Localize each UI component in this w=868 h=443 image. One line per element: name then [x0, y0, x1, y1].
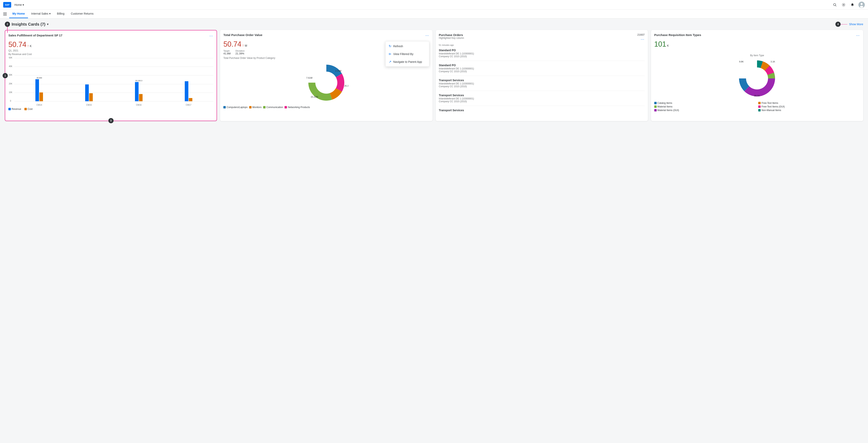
- legend-freetext-gui: Free-Text Items (GUI): [758, 105, 860, 108]
- card2-legend: Computers/Laptops Monitors Communication…: [223, 106, 429, 109]
- svg-point-6: [861, 3, 863, 5]
- legend-label-cost: Cost: [28, 108, 33, 111]
- card2-menu-btn[interactable]: ⋯ ↻ Refresh ⊳ View Filtered By ↗: [425, 33, 429, 38]
- card2-arrow: ↑: [242, 43, 244, 48]
- card3-subtitle: Highlighted Key column: [439, 37, 465, 39]
- card1-menu-btn[interactable]: ⋯: [209, 34, 213, 38]
- card1-header: Sales Fulfillment of Department SP 17 ⋯: [8, 34, 213, 38]
- svg-rect-9: [3, 14, 7, 14]
- bar-pair-cw14: [35, 79, 43, 101]
- avatar[interactable]: [859, 2, 865, 8]
- po-item-1: Standard PO Inlandslieferant DE 1 (10300…: [439, 49, 645, 61]
- legend-communication-label: Communication: [266, 106, 283, 109]
- nav-bar: My Home Internal Sales ▾ Billing Custome…: [0, 9, 868, 19]
- svg-point-11: [315, 71, 337, 94]
- bar-label-cw17: ·: [188, 79, 189, 81]
- bar-orange-cw17: [189, 98, 192, 101]
- navigate-icon: ↗: [389, 60, 391, 64]
- deviation-label: Deviation: [235, 50, 245, 52]
- legend-networking-label: Networking Products: [288, 106, 310, 109]
- legend-dot-material: [654, 106, 657, 108]
- grid-line-0: 0: [14, 101, 213, 101]
- bar-group-cw16: 33,193.3: [135, 80, 143, 101]
- bell-icon[interactable]: [849, 2, 855, 8]
- po-item-4-sub1: Inlandslieferant DE 1 (10300001): [439, 97, 645, 100]
- target-label: Target: [223, 50, 230, 52]
- po-item-4: Transport Services Inlandslieferant DE 1…: [439, 94, 645, 106]
- svg-text:SAP: SAP: [5, 4, 9, 6]
- legend-dot-revenue: [8, 108, 11, 110]
- donut-svg: 2.54M 25.37M 15.22M 7.61M: [304, 63, 348, 102]
- donut-label-3k: 3.1K: [771, 60, 775, 63]
- xlabel-cw14: CW14: [37, 104, 42, 106]
- legend-dot-freetext: [758, 102, 761, 104]
- svg-text:25.37M: 25.37M: [344, 85, 348, 87]
- legend-dot-cost: [24, 108, 27, 110]
- card3-title: Purchase Orders: [439, 33, 465, 37]
- search-icon[interactable]: [832, 2, 838, 8]
- card1-subtitle: By Revenue and Cost: [8, 53, 213, 56]
- nav-item-billing[interactable]: Billing: [54, 9, 68, 18]
- donut-label-86k: 86.5K: [754, 94, 760, 97]
- po-item-2-sub1: Inlandslieferant DE 1 (10300001): [439, 67, 645, 70]
- po-item-5: Transport Services: [439, 109, 645, 115]
- card2-target: Target 41.8M: [223, 50, 230, 55]
- svg-text:15.22M: 15.22M: [311, 96, 318, 98]
- hamburger-icon[interactable]: [3, 9, 9, 18]
- po-item-3-sub2: Company CC 1010 (1010): [439, 85, 645, 88]
- cards-grid: 1 3 Sales Fulfillment of Department SP 1…: [5, 30, 863, 121]
- step-1-badge: 1: [3, 73, 8, 78]
- dropdown-navigate-label: Navigate to Parent App: [393, 60, 422, 63]
- legend-networking: Networking Products: [284, 106, 310, 109]
- legend-freetext: Free-Text Items: [758, 101, 860, 105]
- dropdown-refresh[interactable]: ↻ Refresh: [385, 42, 429, 50]
- sap-logo[interactable]: SAP: [3, 2, 11, 8]
- card2-title: Total Purchase Order Value: [223, 33, 425, 37]
- card4-value-row: 101 K: [654, 40, 860, 49]
- po-item-4-sub2: Company CC 1010 (1010): [439, 100, 645, 103]
- card4-unit: K: [667, 44, 669, 47]
- settings-icon[interactable]: [841, 2, 846, 8]
- donut-wrapper: 9.8K 3.1K 86.5K: [735, 58, 779, 98]
- home-menu[interactable]: Home ▾: [14, 3, 24, 6]
- card-pr-item-types: Purchase Requisition Item Types ⋯ 101 K …: [651, 30, 863, 121]
- nav-item-internal-sales[interactable]: Internal Sales ▾: [28, 9, 54, 18]
- nav-item-customer-returns[interactable]: Customer Returns: [68, 9, 97, 18]
- bars: 40,694 ·: [14, 58, 213, 101]
- bar-blue-cw16: [135, 82, 138, 101]
- refresh-icon: ↻: [389, 44, 391, 48]
- home-label: Home: [14, 3, 22, 6]
- x-labels: CW14 CW15 CW16 CW17: [14, 104, 213, 106]
- legend-dot-catalog: [654, 102, 657, 104]
- card3-menu-btn[interactable]: ⋯: [640, 37, 645, 41]
- card3-title-area: Purchase Orders Highlighted Key column: [439, 33, 465, 39]
- xlabel-cw15: CW15: [86, 104, 92, 106]
- legend-computers: Computers/Laptops: [223, 106, 248, 109]
- chart-area: 50K 40K 30K 20K 10K 0: [14, 58, 213, 101]
- bar-label-cw15: ·: [89, 82, 89, 84]
- main-content: 2 Insights Cards (7) ▾ 4 Show More 1 3: [0, 19, 868, 124]
- dropdown-view-filtered[interactable]: ⊳ View Filtered By: [385, 50, 429, 58]
- po-item-2: Standard PO Inlandslieferant DE 1 (10300…: [439, 64, 645, 76]
- section-chevron-icon[interactable]: ▾: [47, 23, 49, 26]
- section-header: 2 Insights Cards (7) ▾ 4 Show More: [5, 22, 863, 27]
- nav-label-billing: Billing: [57, 12, 64, 15]
- card3-header: Purchase Orders Highlighted Key column 2…: [439, 33, 645, 41]
- nav-label-customer-returns: Customer Returns: [71, 12, 94, 15]
- bar-group-cw14: 40,694: [35, 77, 43, 101]
- svg-point-4: [843, 4, 844, 5]
- po-item-1-title: Standard PO: [439, 49, 645, 52]
- show-more-link[interactable]: Show More: [849, 23, 863, 26]
- legend-dot-computers: [223, 106, 226, 109]
- card4-menu-btn[interactable]: ⋯: [856, 33, 860, 38]
- legend-computers-label: Computers/Laptops: [226, 106, 248, 109]
- section-title-area: 2 Insights Cards (7) ▾: [5, 22, 49, 27]
- legend-communication: Communication: [263, 106, 283, 109]
- po-item-2-title: Standard PO: [439, 64, 645, 67]
- svg-line-3: [836, 5, 836, 6]
- po-item-1-sub1: Inlandslieferant DE 1 (10300001): [439, 52, 645, 55]
- nav-item-my-home[interactable]: My Home: [9, 9, 28, 18]
- nav-label-my-home: My Home: [12, 12, 25, 15]
- card4-subtitle: By Item Type: [750, 54, 764, 57]
- dropdown-navigate[interactable]: ↗ Navigate to Parent App: [385, 58, 429, 66]
